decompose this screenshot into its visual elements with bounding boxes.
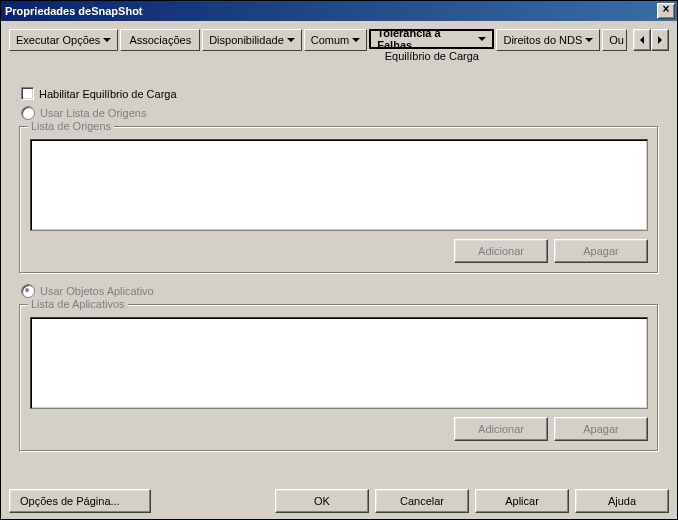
title-bar: Propriedades deSnapShot × [1, 1, 677, 21]
enable-load-balancing-row[interactable]: Habilitar Equilíbrio de Carga [21, 87, 669, 100]
chevron-down-icon [478, 37, 486, 41]
apps-add-button[interactable]: Adicionar [454, 417, 548, 441]
tab-label: Ou [609, 34, 624, 46]
tab-scroll-right[interactable] [651, 29, 669, 51]
button-label: Cancelar [400, 495, 444, 507]
arrow-right-icon [658, 36, 662, 44]
tab-strip: Executar Opções Associações Disponibilid… [9, 29, 669, 65]
tab-label: Disponibilidade [209, 34, 284, 46]
button-label: Opções de Página... [20, 495, 120, 507]
use-app-objects-radio: Usar Objetos Aplicativo [21, 284, 669, 298]
tab-label: Comum [311, 34, 350, 46]
dialog-window: Propriedades deSnapShot × Executar Opçõe… [0, 0, 678, 520]
group-sources-buttons: Adicionar Apagar [30, 239, 648, 263]
group-apps: Lista de Aplicativos Adicionar Apagar [19, 304, 659, 452]
tab-associations[interactable]: Associações [120, 29, 200, 51]
ok-button[interactable]: OK [275, 489, 369, 513]
button-label: Aplicar [505, 495, 539, 507]
tab-common[interactable]: Comum [304, 29, 368, 51]
group-title: Lista de Aplicativos [28, 298, 128, 310]
tab-sub-label: Equilíbrio de Carga [385, 50, 479, 62]
use-source-list-radio: Usar Lista de Origens [21, 106, 669, 120]
close-button[interactable]: × [657, 3, 675, 19]
tab-label: Direitos do NDS [503, 34, 582, 46]
chevron-down-icon [103, 38, 111, 42]
group-sources: Lista de Origens Adicionar Apagar [19, 126, 659, 274]
bottom-right-buttons: OK Cancelar Aplicar Ajuda [275, 489, 669, 513]
group-title: Lista de Origens [28, 120, 114, 132]
sources-delete-button[interactable]: Apagar [554, 239, 648, 263]
page-options-button[interactable]: Opções de Página... [9, 489, 151, 513]
cancel-button[interactable]: Cancelar [375, 489, 469, 513]
tab-scroll-buttons [633, 29, 669, 51]
button-label: Ajuda [608, 495, 636, 507]
tab-label: Tolerância a Falhas [377, 27, 475, 51]
tab-nds-rights[interactable]: Direitos do NDS [496, 29, 600, 51]
close-icon: × [662, 2, 669, 16]
bottom-button-bar: Opções de Página... OK Cancelar Aplicar … [9, 489, 669, 513]
button-label: OK [314, 495, 330, 507]
tab-label: Associações [129, 34, 191, 46]
tab-label: Executar Opções [16, 34, 100, 46]
tab-scroll-left[interactable] [633, 29, 651, 51]
group-apps-buttons: Adicionar Apagar [30, 417, 648, 441]
sources-add-button[interactable]: Adicionar [454, 239, 548, 263]
checkbox-icon[interactable] [21, 87, 34, 100]
tab-run-options[interactable]: Executar Opções [9, 29, 118, 51]
radio-label: Usar Objetos Aplicativo [40, 285, 154, 297]
arrow-left-icon [640, 36, 644, 44]
tab-fault-tolerance-wrap: Tolerância a Falhas Equilíbrio de Carga [369, 29, 494, 62]
radio-label: Usar Lista de Origens [40, 107, 146, 119]
help-button[interactable]: Ajuda [575, 489, 669, 513]
apply-button[interactable]: Aplicar [475, 489, 569, 513]
apps-delete-button[interactable]: Apagar [554, 417, 648, 441]
radio-icon [21, 106, 35, 120]
tab-other-truncated[interactable]: Ou [602, 29, 627, 51]
checkbox-label: Habilitar Equilíbrio de Carga [39, 88, 177, 100]
chevron-down-icon [287, 38, 295, 42]
chevron-down-icon [352, 38, 360, 42]
sources-listbox[interactable] [30, 139, 648, 231]
title-text: Propriedades deSnapShot [5, 5, 143, 17]
radio-icon [21, 284, 35, 298]
content-area: Executar Opções Associações Disponibilid… [1, 21, 677, 485]
tab-fault-tolerance[interactable]: Tolerância a Falhas [369, 29, 494, 49]
chevron-down-icon [585, 38, 593, 42]
apps-listbox[interactable] [30, 317, 648, 409]
tab-availability[interactable]: Disponibilidade [202, 29, 302, 51]
